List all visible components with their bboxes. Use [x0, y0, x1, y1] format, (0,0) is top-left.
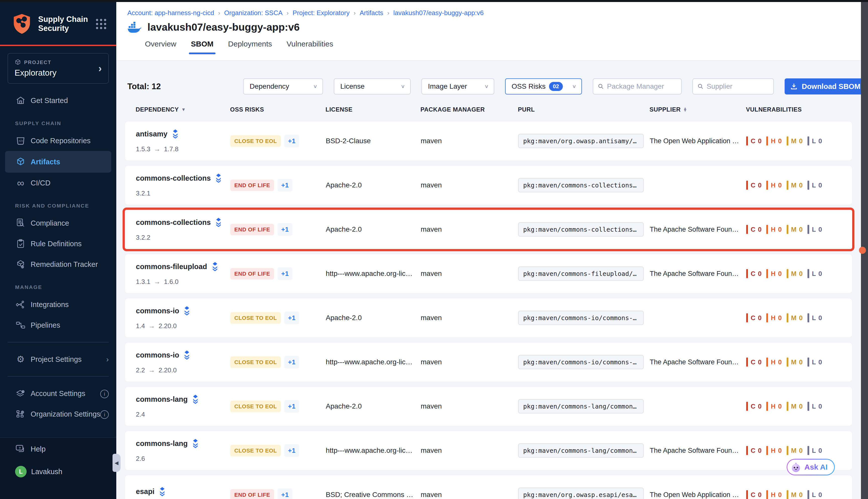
tab-overview[interactable]: Overview — [145, 40, 176, 54]
oss-risk-more-badge[interactable]: +1 — [284, 444, 299, 457]
supplier-value: The Open Web Application … — [650, 491, 739, 499]
column-header-supplier[interactable]: SUPPLIER▲▼ — [649, 106, 687, 113]
ask-ai-button[interactable]: Ask AI — [786, 459, 835, 475]
oss-risk-more-badge[interactable]: +1 — [284, 135, 299, 147]
oss-risk-more-badge[interactable]: +1 — [284, 312, 299, 324]
supplier-search-input[interactable] — [707, 82, 769, 90]
breadcrumb-item[interactable]: lavakush07/easy-buggy-app:v6 — [393, 9, 484, 17]
tab-vulnerabilities[interactable]: Vulnerabilities — [287, 40, 333, 54]
table-row[interactable]: commons-io 1.4 → 2.20.0 CLOSE TO EOL +1 … — [125, 298, 853, 338]
sidebar-item-get-started[interactable]: Get Started — [0, 90, 116, 111]
chevron-down-icon: ∨ — [572, 84, 576, 89]
arrow-right-icon: → — [154, 145, 161, 153]
project-label: PROJECT — [15, 59, 102, 65]
purl-value[interactable]: pkg:maven/commons-lang/commons-l… — [518, 443, 644, 458]
sidebar-item-organization-settings[interactable]: Organization Settingsi — [0, 404, 116, 424]
oss-risk-badge: END OF LIFE — [230, 489, 274, 499]
breadcrumb-item[interactable]: Organization: SSCA — [224, 9, 283, 17]
brand-accent-divider — [0, 45, 116, 46]
purl-value[interactable]: pkg:maven/org.owasp.antisamy/ant… — [518, 134, 644, 148]
sidebar-item-project-settings[interactable]: ⚙Project Settings› — [0, 349, 116, 369]
package-manager-value: maven — [421, 358, 442, 366]
column-header-oss-risks[interactable]: OSS RISKS — [230, 106, 264, 113]
dependency-version: 1.5.3 → 1.7.8 — [136, 145, 179, 153]
supply-chain-security-logo-icon — [11, 13, 33, 35]
image-layer-filter-select[interactable]: Image Layer ∨ — [421, 78, 494, 95]
download-sbom-button[interactable]: Download SBOM — [785, 78, 866, 95]
oss-risk-more-badge[interactable]: +1 — [277, 267, 292, 280]
purl-value[interactable]: pkg:maven/commons-collections/co… — [518, 222, 644, 237]
sidebar-item-pipelines[interactable]: Pipelines — [0, 315, 116, 336]
severity-m-count: M0 — [786, 181, 803, 190]
info-icon[interactable]: i — [100, 389, 109, 398]
download-sbom-label: Download SBOM — [802, 82, 860, 91]
sidebar-item-account-settings[interactable]: Account Settingsi — [0, 383, 116, 404]
tab-sbom[interactable]: SBOM — [191, 40, 213, 54]
purl-value[interactable]: pkg:maven/org.owasp.esapi/esapi@… — [518, 488, 644, 499]
table-row[interactable]: commons-collections 3.2.1 → END OF LIFE … — [125, 165, 853, 205]
sidebar-item-rule-definitions[interactable]: Rule Definitions — [0, 233, 116, 254]
column-header-license[interactable]: LICENSE — [325, 106, 352, 113]
supplier-value: The Apache Software Foun… — [650, 358, 739, 366]
vulnerability-counts: C0H0M0L0 — [746, 357, 822, 367]
table-row[interactable]: esapi → END OF LIFE +1 BSD; Creative Com… — [125, 475, 853, 499]
sort-desc-icon[interactable]: ▼ — [181, 107, 186, 112]
license-filter-label: License — [340, 82, 365, 90]
purl-value[interactable]: pkg:maven/commons-io/commons-io@… — [518, 355, 644, 369]
layers-icon — [214, 218, 223, 227]
purl-value[interactable]: pkg:maven/commons-lang/commons-l… — [518, 399, 644, 414]
column-header-dependency[interactable]: DEPENDENCY▼ — [136, 106, 186, 113]
project-selector[interactable]: PROJECT Exploratory › — [8, 53, 109, 84]
column-header-purl[interactable]: PURL — [518, 106, 535, 113]
breadcrumb-item[interactable]: Project: Exploratory — [293, 9, 350, 17]
breadcrumb-item[interactable]: Artifacts — [360, 9, 383, 17]
table-row[interactable]: commons-lang 2.6 → CLOSE TO EOL +1 http-… — [125, 431, 853, 470]
sidebar: Supply Chain Security PROJECT Explorator… — [0, 0, 116, 499]
oss-risk-more-badge[interactable]: +1 — [277, 179, 292, 192]
sidebar-item-compliance[interactable]: Compliance — [0, 213, 116, 233]
column-header-package-manager[interactable]: PACKAGE MANAGER — [420, 106, 485, 113]
oss-risk-more-badge[interactable]: +1 — [277, 488, 292, 499]
license-filter-select[interactable]: License ∨ — [334, 78, 411, 95]
sidebar-item-remediation-tracker[interactable]: Remediation Tracker — [0, 254, 116, 275]
oss-risks-filter-select[interactable]: OSS Risks 02 ∨ — [505, 78, 582, 95]
oss-risk-badge: END OF LIFE — [230, 223, 274, 235]
breadcrumb-item[interactable]: Account: app-harness-ng-cicd — [127, 9, 214, 17]
package-manager-value: maven — [421, 226, 442, 233]
oss-risk-more-badge[interactable]: +1 — [284, 356, 299, 369]
app-grid-icon[interactable] — [96, 19, 106, 29]
org-gear-icon — [15, 409, 26, 419]
chevron-right-icon: › — [98, 63, 102, 74]
column-header-vulnerabilities[interactable]: VULNERABILITIES — [746, 106, 802, 113]
tab-deployments[interactable]: Deployments — [228, 40, 272, 54]
sidebar-item-ci-cd[interactable]: ∞CI/CD — [0, 173, 116, 193]
table-row-highlighted[interactable]: commons-collections 3.2.2 → END OF LIFE … — [125, 209, 853, 249]
dependency-filter-select[interactable]: Dependency ∨ — [243, 78, 323, 95]
oss-risk-more-badge[interactable]: +1 — [277, 223, 292, 236]
sidebar-item-integrations[interactable]: Integrations — [0, 294, 116, 315]
sidebar-item-code-repositories[interactable]: </>Code Repositories — [0, 130, 116, 151]
page-title: lavakush07/easy-buggy-app:v6 — [147, 21, 300, 33]
info-icon[interactable]: i — [100, 410, 109, 419]
purl-value[interactable]: pkg:maven/commons-fileupload/com… — [518, 267, 644, 281]
sidebar-nav: Get StartedSUPPLY CHAIN</>Code Repositor… — [0, 90, 116, 424]
dependency-filter-label: Dependency — [250, 82, 289, 90]
sort-icon[interactable]: ▲▼ — [683, 107, 687, 112]
project-name: Exploratory — [15, 68, 102, 78]
sidebar-collapse-handle[interactable]: ◀ — [112, 454, 121, 472]
image-layer-filter-label: Image Layer — [428, 82, 467, 90]
help-button[interactable]: ? Help — [0, 438, 116, 460]
table-row[interactable]: commons-fileupload 1.3.1 → 1.6.0 END OF … — [125, 254, 853, 293]
tab-bar: OverviewSBOMDeploymentsVulnerabilities — [116, 33, 868, 54]
user-menu[interactable]: L Lavakush — [0, 460, 116, 483]
sidebar-item-artifacts[interactable]: Artifacts — [5, 151, 111, 173]
infinity-icon: ∞ — [15, 178, 26, 188]
table-row[interactable]: antisamy 1.5.3 → 1.7.8 CLOSE TO EOL +1 B… — [125, 121, 853, 161]
package-manager-search-input[interactable] — [607, 82, 677, 90]
oss-risk-more-badge[interactable]: +1 — [284, 400, 299, 413]
table-row[interactable]: commons-io 2.2 → 2.20.0 CLOSE TO EOL +1 … — [125, 342, 853, 382]
purl-value[interactable]: pkg:maven/commons-collections/co… — [518, 178, 644, 193]
purl-value[interactable]: pkg:maven/commons-io/commons-io@… — [518, 311, 644, 325]
severity-l-count: L0 — [807, 446, 822, 455]
table-row[interactable]: commons-lang 2.4 → CLOSE TO EOL +1 Apach… — [125, 387, 853, 426]
